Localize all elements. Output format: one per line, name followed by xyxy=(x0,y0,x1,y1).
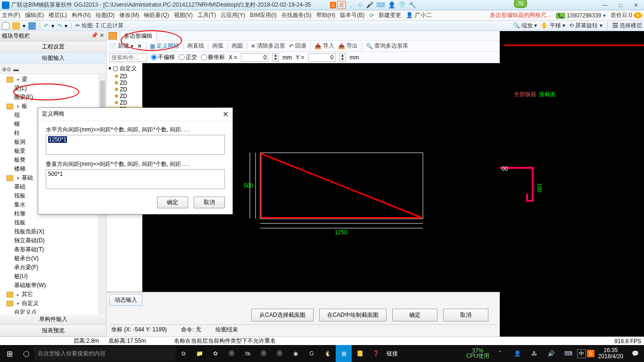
taskbar-search[interactable]: 在这里输入你要搜索的内容 xyxy=(34,346,175,361)
minimize-button[interactable]: — xyxy=(598,2,611,8)
link-button[interactable]: 链接 xyxy=(384,350,401,358)
from-cad-button[interactable]: 从CAD选择截面图 xyxy=(251,309,313,321)
refresh-icon[interactable]: ⟳ xyxy=(369,12,374,19)
poly-new-button[interactable]: 📄 新建 ▾ xyxy=(109,42,133,50)
poly-arc-button[interactable]: 画弧 xyxy=(212,42,223,50)
app-note-icon[interactable]: 📒 xyxy=(352,345,368,362)
open-icon[interactable] xyxy=(12,22,20,30)
tray-kb-icon[interactable]: ⌨ xyxy=(560,345,576,362)
v-interval-input[interactable]: 500*1 xyxy=(46,169,225,189)
poly-delete-icon[interactable]: ✕ xyxy=(137,43,142,49)
select-floor-button[interactable]: ☰ 选择楼层 xyxy=(612,22,642,30)
app-explorer-icon[interactable]: 📁 xyxy=(191,345,207,362)
radio-polar[interactable]: 极坐标 xyxy=(201,53,225,61)
taskview-icon[interactable]: ⧉ xyxy=(175,345,191,362)
app-edge-icon[interactable]: ⓔ xyxy=(223,345,239,362)
menu-file[interactable]: 文件(F) xyxy=(2,11,20,19)
tab-report[interactable]: 报表预览 xyxy=(0,325,106,337)
x-spinner[interactable]: ▲▼ xyxy=(272,53,279,62)
cortana-icon[interactable]: ◯ xyxy=(18,345,34,362)
tray-people-icon[interactable]: 👤 xyxy=(509,345,525,362)
app-g-icon[interactable]: G xyxy=(304,345,320,362)
menu-version[interactable]: 版本号(B) xyxy=(340,11,364,19)
section-cancel-button[interactable]: 取消 xyxy=(443,309,488,321)
app-chrome-icon[interactable]: ◉ xyxy=(288,345,304,362)
menu-draw[interactable]: 绘图(D) xyxy=(96,11,115,19)
app-help-icon[interactable]: ❓ xyxy=(368,345,384,362)
poly-grid-button[interactable]: ▦ 定义网格 xyxy=(150,42,179,50)
poly-line-button[interactable]: 画直线 xyxy=(187,42,204,50)
redo-icon[interactable]: ↷ xyxy=(57,23,62,29)
close-button[interactable]: ✕ xyxy=(630,2,642,8)
ime-cn[interactable]: 中 xyxy=(577,349,586,358)
tab-single-member[interactable]: 单构件输入 xyxy=(0,314,106,325)
action-center-icon[interactable]: 💬 xyxy=(627,345,643,362)
radio-ortho[interactable]: 正交 xyxy=(179,53,197,61)
cpu-meter[interactable]: 37%CPU使用 xyxy=(464,348,491,359)
draw-button[interactable]: ✏ 绘图 xyxy=(75,22,93,30)
menu-floor[interactable]: 楼层(L) xyxy=(49,11,67,19)
menu-member[interactable]: 构件(N) xyxy=(72,11,91,19)
poly-undo-button[interactable]: ↶ 回退 xyxy=(289,42,306,50)
green-badge[interactable]: 70 xyxy=(514,0,527,8)
sum-button[interactable]: Σ 汇总计算 xyxy=(96,22,124,30)
ime-indicator[interactable]: S 英 ， ☺ 🎤 ⌨ 👤 👕 🔧 xyxy=(330,1,418,9)
menu-online[interactable]: 在线服务(S) xyxy=(281,11,312,19)
app-fan-icon[interactable]: ✿ xyxy=(207,345,223,362)
user-label[interactable]: 👤 广小二 xyxy=(406,11,431,19)
poly-circle-button[interactable]: 画圆 xyxy=(231,42,243,50)
menu-rebar[interactable]: 钢筋量(Q) xyxy=(144,11,169,19)
bean-count[interactable]: 造价豆:0 ￥ xyxy=(611,11,642,19)
tab-draw-input[interactable]: 绘图输入 xyxy=(0,53,106,64)
menu-cloud[interactable]: 云应用(Y) xyxy=(221,11,245,19)
save-icon[interactable] xyxy=(28,22,36,30)
start-button[interactable]: ⊞ xyxy=(1,345,18,362)
app-edge2-icon[interactable]: ⓔ xyxy=(256,345,272,362)
menu-bim[interactable]: BIM应用(I) xyxy=(250,11,277,19)
section-ok-button[interactable]: 确定 xyxy=(392,309,438,321)
tray-net-icon[interactable]: 🖧 xyxy=(526,345,542,362)
left-panel-pin-icon[interactable]: 📌 ✕ xyxy=(91,32,104,40)
app-qq-icon[interactable]: 🐧 xyxy=(320,345,336,362)
tab-project-setup[interactable]: 工程设置 xyxy=(0,41,106,53)
poly-import-button[interactable]: 📥 导入 xyxy=(314,42,334,50)
zoom-button[interactable]: 🔍 缩放 ▾ xyxy=(513,22,537,30)
taskbar-clock[interactable]: 16:352018/4/20 xyxy=(595,347,626,360)
hint-text[interactable]: 多边形编辑器的网格尺... xyxy=(490,11,551,19)
new-icon[interactable] xyxy=(2,22,9,30)
search-member-input[interactable] xyxy=(109,53,147,62)
radio-noshift[interactable]: 不偏移 xyxy=(151,53,175,61)
menu-modify[interactable]: 修改(M) xyxy=(119,11,139,19)
dialog-ok-button[interactable]: 确定 xyxy=(157,197,188,208)
tree-expand-icon[interactable]: ⊕⊝ xyxy=(2,66,11,73)
rotate-button[interactable]: ⟲ 屏幕旋转 ▾ xyxy=(569,22,603,30)
taskbar[interactable]: ⊞ ◯ 在这里输入你要搜索的内容 ⧉ 📁 ✿ ⓔ 🛍 ⓔ ⓔ ◉ G 🐧 ▦ 📒… xyxy=(0,345,644,362)
tray-vol-icon[interactable]: 🔊 xyxy=(543,345,559,362)
menu-help[interactable]: 帮助(H) xyxy=(316,11,336,19)
menu-view[interactable]: 视图(V) xyxy=(174,11,193,19)
app-ie-icon[interactable]: ⓔ xyxy=(272,345,288,362)
poly-tab[interactable]: 多边形编辑 xyxy=(120,31,157,41)
poly-clear-button[interactable]: ✕ 清除多边形 xyxy=(251,42,285,50)
new-change-button[interactable]: 新建变更 xyxy=(379,11,401,19)
x-input[interactable]: 0 xyxy=(241,53,268,62)
y-spinner[interactable]: ▲▼ xyxy=(339,53,346,62)
y-input[interactable]: 0 xyxy=(308,53,336,62)
poly-query-button[interactable]: 🔍 查询多边形库 xyxy=(366,42,408,50)
ime-sogou[interactable]: S xyxy=(587,350,594,357)
app-store-icon[interactable]: 🛍 xyxy=(239,345,256,362)
dynamic-input-button[interactable]: 动态输入 xyxy=(109,294,142,306)
menu-edit[interactable]: 编辑(E) xyxy=(25,11,44,19)
poly-export-button[interactable]: 📤 导出 xyxy=(338,42,358,50)
h-interval-input[interactable]: 1250*1 xyxy=(46,135,225,155)
pan-button[interactable]: ✋ 平移 ▾ xyxy=(541,22,565,30)
section-preview[interactable]: 全部纵筋 按截面 00 180 xyxy=(500,31,644,337)
app-ggj-icon[interactable]: ▦ xyxy=(336,345,352,362)
menu-tool[interactable]: 工具(T) xyxy=(198,11,216,19)
undo-icon[interactable]: ↶ xyxy=(44,23,49,29)
tray-up-icon[interactable]: ˄ xyxy=(492,345,508,362)
tree-collapse-icon[interactable]: ▬ xyxy=(13,66,19,73)
in-cad-button[interactable]: 在CAD中绘制截面图 xyxy=(319,309,387,321)
phone-number[interactable]: 📞 13907298339 ▾ xyxy=(556,12,606,19)
dialog-close-icon[interactable]: ✕ xyxy=(223,110,229,119)
